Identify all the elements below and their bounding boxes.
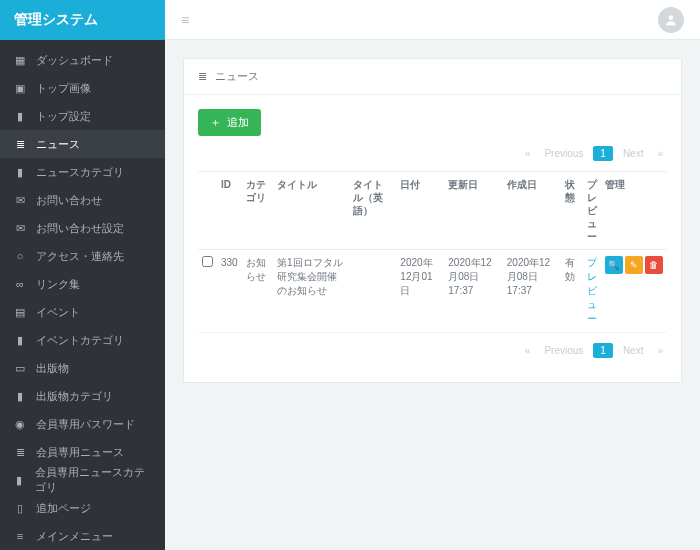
mail-icon: ✉ <box>14 194 26 207</box>
sidebar-item[interactable]: ∞リンク集 <box>0 270 165 298</box>
page-first[interactable]: « <box>521 146 535 161</box>
page-prev[interactable]: Previous <box>540 146 587 161</box>
sidebar-nav: ▦ダッシュボード▣トップ画像▮トップ設定≣ニュース▮ニュースカテゴリ✉お問い合わ… <box>0 40 165 550</box>
sidebar-item[interactable]: ▮会員専用ニュースカテゴリ <box>0 466 165 494</box>
add-button[interactable]: ＋ 追加 <box>198 109 261 136</box>
cell-status: 有効 <box>561 250 583 333</box>
delete-button[interactable]: 🗑 <box>645 256 663 274</box>
table-body: 330お知らせ第1回ロフタル研究集会開催のお知らせ2020年12月01日2020… <box>198 250 667 333</box>
sidebar-item[interactable]: ▯追加ページ <box>0 494 165 522</box>
list-icon: ≣ <box>198 70 207 83</box>
page-next[interactable]: Next <box>619 343 648 358</box>
sidebar-item-label: ダッシュボード <box>36 53 113 68</box>
folder-icon: ▮ <box>14 166 26 179</box>
hamburger-icon[interactable]: ≡ <box>181 12 189 28</box>
sidebar-item[interactable]: ◉会員専用パスワード <box>0 410 165 438</box>
sidebar-item[interactable]: ▤イベント <box>0 298 165 326</box>
dashboard-icon: ▦ <box>14 54 26 67</box>
sidebar-item[interactable]: ≣会員専用ニュース <box>0 438 165 466</box>
sidebar-item-label: メインメニュー <box>36 529 113 544</box>
search-icon: 🔍 <box>608 260 619 270</box>
content: ≣ ニュース ＋ 追加 « Previous 1 Next » <box>165 40 700 401</box>
sidebar-item-label: イベントカテゴリ <box>36 333 124 348</box>
folder-icon: ▮ <box>14 474 25 487</box>
menu-icon: ≡ <box>14 530 26 542</box>
cell-category: お知らせ <box>242 250 273 333</box>
user-icon <box>664 13 678 27</box>
file-icon: ▯ <box>14 502 26 515</box>
page-last[interactable]: » <box>653 146 667 161</box>
sidebar-item[interactable]: ✉お問い合わせ設定 <box>0 214 165 242</box>
sidebar-item-label: 会員専用パスワード <box>36 417 135 432</box>
folder-icon: ▮ <box>14 390 26 403</box>
pin-icon: ○ <box>14 250 26 262</box>
topbar: ≡ <box>165 0 700 40</box>
cell-created: 2020年12月08日 17:37 <box>503 250 561 333</box>
cell-preview: プレビュー <box>583 250 601 333</box>
data-table: IDカテゴリタイトルタイトル（英語）日付更新日作成日状態プレビュー管理 330お… <box>198 171 667 333</box>
sidebar-item[interactable]: ▮ニュースカテゴリ <box>0 158 165 186</box>
panel-header: ≣ ニュース <box>184 59 681 95</box>
panel: ≣ ニュース ＋ 追加 « Previous 1 Next » <box>183 58 682 383</box>
trash-icon: 🗑 <box>649 260 658 270</box>
page-current[interactable]: 1 <box>593 146 613 161</box>
table-header: 作成日 <box>503 172 561 250</box>
row-checkbox[interactable] <box>202 256 213 267</box>
book-icon: ▭ <box>14 362 26 375</box>
sidebar-item-label: 出版物カテゴリ <box>36 389 113 404</box>
cell-updated: 2020年12月08日 17:37 <box>444 250 502 333</box>
table-row: 330お知らせ第1回ロフタル研究集会開催のお知らせ2020年12月01日2020… <box>198 250 667 333</box>
sidebar-item[interactable]: ○アクセス・連絡先 <box>0 242 165 270</box>
sidebar-item-label: イベント <box>36 305 80 320</box>
table-header: 日付 <box>396 172 444 250</box>
page-next[interactable]: Next <box>619 146 648 161</box>
view-button[interactable]: 🔍 <box>605 256 623 274</box>
cell-title: 第1回ロフタル研究集会開催のお知らせ <box>273 250 349 333</box>
sidebar-item-label: ニュースカテゴリ <box>36 165 124 180</box>
edit-button[interactable]: ✎ <box>625 256 643 274</box>
page-last[interactable]: » <box>653 343 667 358</box>
sidebar-item-label: お問い合わせ設定 <box>36 221 124 236</box>
sidebar-item[interactable]: ▮トップ設定 <box>0 102 165 130</box>
sidebar-item-label: 会員専用ニュース <box>36 445 124 460</box>
sidebar-item[interactable]: ▣トップ画像 <box>0 74 165 102</box>
plus-icon: ＋ <box>210 115 221 130</box>
cell-title-en <box>349 250 396 333</box>
sidebar-item-label: お問い合わせ <box>36 193 102 208</box>
cell-checkbox <box>198 250 217 333</box>
table-header: プレビュー <box>583 172 601 250</box>
sidebar-item[interactable]: ≣ニュース <box>0 130 165 158</box>
sidebar-item[interactable]: ✉お問い合わせ <box>0 186 165 214</box>
table-header: 状態 <box>561 172 583 250</box>
page-prev[interactable]: Previous <box>540 343 587 358</box>
cell-id: 330 <box>217 250 242 333</box>
sidebar-item[interactable]: ▮出版物カテゴリ <box>0 382 165 410</box>
lock-icon: ◉ <box>14 418 26 431</box>
pagination-bottom: « Previous 1 Next » <box>198 343 667 358</box>
sidebar-item-label: ニュース <box>36 137 80 152</box>
link-icon: ∞ <box>14 278 26 290</box>
sidebar-item-label: アクセス・連絡先 <box>36 249 124 264</box>
sidebar-item[interactable]: ▭出版物 <box>0 354 165 382</box>
list-icon: ≣ <box>14 138 26 151</box>
add-button-label: 追加 <box>227 115 249 130</box>
panel-title: ニュース <box>215 69 259 84</box>
table-header: カテゴリ <box>242 172 273 250</box>
page-first[interactable]: « <box>521 343 535 358</box>
folder-icon: ▮ <box>14 334 26 347</box>
sidebar-item-label: トップ設定 <box>36 109 91 124</box>
image-icon: ▣ <box>14 82 26 95</box>
preview-link[interactable]: プレビュー <box>587 257 597 324</box>
sidebar-item[interactable]: ▦ダッシュボード <box>0 46 165 74</box>
table-header: タイトル <box>273 172 349 250</box>
pencil-icon: ✎ <box>630 260 638 270</box>
brand-title: 管理システム <box>0 0 165 40</box>
avatar[interactable] <box>658 7 684 33</box>
calendar-icon: ▤ <box>14 306 26 319</box>
col-checkbox <box>198 172 217 250</box>
svg-point-0 <box>669 15 674 20</box>
mail-icon: ✉ <box>14 222 26 235</box>
sidebar-item[interactable]: ▮イベントカテゴリ <box>0 326 165 354</box>
sidebar-item[interactable]: ≡メインメニュー <box>0 522 165 550</box>
page-current[interactable]: 1 <box>593 343 613 358</box>
